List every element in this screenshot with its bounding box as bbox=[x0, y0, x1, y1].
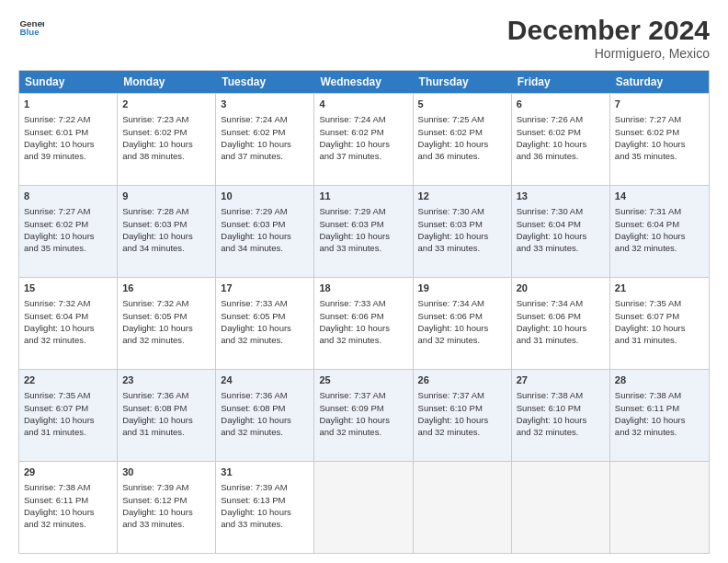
calendar-cell-30: 30Sunrise: 7:39 AMSunset: 6:12 PMDayligh… bbox=[118, 462, 216, 553]
day-info-line: Daylight: 10 hours bbox=[418, 322, 506, 334]
day-info-line: Sunrise: 7:23 AM bbox=[122, 113, 210, 125]
day-info-line: and 32 minutes. bbox=[517, 426, 605, 438]
day-number: 25 bbox=[319, 373, 407, 387]
day-number: 1 bbox=[24, 98, 112, 111]
day-number: 12 bbox=[418, 190, 506, 203]
day-info-line: Sunset: 6:02 PM bbox=[319, 126, 407, 138]
day-number: 28 bbox=[615, 373, 704, 387]
calendar-cell-25: 25Sunrise: 7:37 AMSunset: 6:09 PMDayligh… bbox=[314, 370, 413, 461]
logo-icon: General Blue bbox=[18, 15, 44, 40]
calendar-cell-15: 15Sunrise: 7:32 AMSunset: 6:04 PMDayligh… bbox=[19, 278, 118, 369]
day-info-line: Sunrise: 7:25 AM bbox=[418, 113, 506, 125]
header-day-wednesday: Wednesday bbox=[314, 71, 413, 93]
day-info-line: Sunset: 6:02 PM bbox=[122, 126, 210, 138]
day-info-line: Sunrise: 7:35 AM bbox=[24, 389, 112, 401]
day-info-line: Daylight: 10 hours bbox=[319, 230, 407, 242]
day-number: 8 bbox=[24, 190, 112, 203]
day-info-line: Daylight: 10 hours bbox=[615, 138, 704, 150]
day-number: 13 bbox=[517, 190, 605, 203]
calendar-cell-13: 13Sunrise: 7:30 AMSunset: 6:04 PMDayligh… bbox=[512, 186, 610, 277]
day-info-line: and 32 minutes. bbox=[418, 426, 506, 438]
day-number: 20 bbox=[517, 282, 605, 295]
calendar-cell-empty bbox=[610, 462, 709, 553]
day-info-line: Sunset: 6:13 PM bbox=[221, 494, 309, 506]
day-info-line: Sunrise: 7:37 AM bbox=[418, 389, 506, 401]
day-info-line: Daylight: 10 hours bbox=[122, 138, 210, 150]
day-info-line: Sunset: 6:04 PM bbox=[615, 218, 704, 230]
calendar-cell-16: 16Sunrise: 7:32 AMSunset: 6:05 PMDayligh… bbox=[118, 278, 216, 369]
day-number: 11 bbox=[319, 190, 407, 203]
calendar-cell-empty bbox=[314, 462, 413, 553]
day-info-line: Sunset: 6:02 PM bbox=[418, 126, 506, 138]
day-info-line: Sunset: 6:07 PM bbox=[24, 402, 112, 414]
day-info-line: Sunset: 6:08 PM bbox=[221, 402, 309, 414]
day-info-line: Sunrise: 7:35 AM bbox=[615, 297, 704, 309]
day-info-line: and 31 minutes. bbox=[122, 426, 210, 438]
calendar-cell-11: 11Sunrise: 7:29 AMSunset: 6:03 PMDayligh… bbox=[314, 186, 413, 277]
day-info-line: and 34 minutes. bbox=[122, 242, 210, 254]
calendar-row-2: 15Sunrise: 7:32 AMSunset: 6:04 PMDayligh… bbox=[19, 277, 709, 369]
day-info-line: Daylight: 10 hours bbox=[319, 414, 407, 426]
day-info-line: Daylight: 10 hours bbox=[24, 230, 112, 242]
day-info-line: Sunrise: 7:28 AM bbox=[122, 205, 210, 217]
calendar-cell-20: 20Sunrise: 7:34 AMSunset: 6:06 PMDayligh… bbox=[512, 278, 610, 369]
day-info-line: and 32 minutes. bbox=[319, 334, 407, 346]
day-info-line: Sunrise: 7:39 AM bbox=[221, 481, 309, 493]
calendar-cell-2: 2Sunrise: 7:23 AMSunset: 6:02 PMDaylight… bbox=[118, 94, 216, 185]
day-info-line: Sunset: 6:04 PM bbox=[517, 218, 605, 230]
day-info-line: Daylight: 10 hours bbox=[615, 322, 704, 334]
calendar-cell-23: 23Sunrise: 7:36 AMSunset: 6:08 PMDayligh… bbox=[118, 370, 216, 461]
day-number: 24 bbox=[221, 373, 309, 387]
header: General Blue December 2024 Hormiguero, M… bbox=[18, 15, 710, 61]
day-info-line: Sunset: 6:06 PM bbox=[517, 310, 605, 322]
day-info-line: Sunset: 6:03 PM bbox=[122, 218, 210, 230]
calendar-header-row: SundayMondayTuesdayWednesdayThursdayFrid… bbox=[19, 71, 709, 93]
day-number: 14 bbox=[615, 190, 704, 203]
day-info-line: Daylight: 10 hours bbox=[122, 230, 210, 242]
calendar-cell-24: 24Sunrise: 7:36 AMSunset: 6:08 PMDayligh… bbox=[216, 370, 314, 461]
day-info-line: Sunrise: 7:29 AM bbox=[221, 205, 309, 217]
day-info-line: Sunset: 6:02 PM bbox=[24, 218, 112, 230]
day-info-line: Sunset: 6:10 PM bbox=[517, 402, 605, 414]
day-number: 29 bbox=[24, 465, 112, 479]
day-number: 16 bbox=[122, 282, 210, 295]
day-info-line: Daylight: 10 hours bbox=[221, 230, 309, 242]
day-info-line: Sunset: 6:03 PM bbox=[418, 218, 506, 230]
day-info-line: Sunset: 6:12 PM bbox=[122, 494, 210, 506]
day-info-line: Sunrise: 7:27 AM bbox=[24, 205, 112, 217]
calendar-cell-3: 3Sunrise: 7:24 AMSunset: 6:02 PMDaylight… bbox=[216, 94, 314, 185]
day-info-line: Sunset: 6:06 PM bbox=[319, 310, 407, 322]
calendar-cell-empty bbox=[414, 462, 512, 553]
day-info-line: and 37 minutes. bbox=[319, 150, 407, 162]
calendar-cell-4: 4Sunrise: 7:24 AMSunset: 6:02 PMDaylight… bbox=[314, 94, 413, 185]
calendar-cell-28: 28Sunrise: 7:38 AMSunset: 6:11 PMDayligh… bbox=[610, 370, 709, 461]
day-info-line: and 33 minutes. bbox=[122, 518, 210, 530]
day-info-line: Sunrise: 7:34 AM bbox=[418, 297, 506, 309]
day-info-line: and 31 minutes. bbox=[24, 426, 112, 438]
calendar-cell-26: 26Sunrise: 7:37 AMSunset: 6:10 PMDayligh… bbox=[414, 370, 512, 461]
day-info-line: Daylight: 10 hours bbox=[122, 414, 210, 426]
day-number: 5 bbox=[418, 98, 506, 111]
day-info-line: Sunrise: 7:32 AM bbox=[122, 297, 210, 309]
calendar-row-3: 22Sunrise: 7:35 AMSunset: 6:07 PMDayligh… bbox=[19, 369, 709, 461]
day-info-line: Sunrise: 7:22 AM bbox=[24, 113, 112, 125]
day-info-line: Daylight: 10 hours bbox=[418, 414, 506, 426]
day-info-line: Daylight: 10 hours bbox=[517, 322, 605, 334]
day-info-line: Sunrise: 7:33 AM bbox=[319, 297, 407, 309]
calendar-cell-6: 6Sunrise: 7:26 AMSunset: 6:02 PMDaylight… bbox=[512, 94, 610, 185]
day-info-line: Sunrise: 7:39 AM bbox=[122, 481, 210, 493]
day-number: 19 bbox=[418, 282, 506, 295]
header-day-monday: Monday bbox=[118, 71, 216, 93]
day-info-line: Sunrise: 7:38 AM bbox=[24, 481, 112, 493]
day-info-line: and 35 minutes. bbox=[24, 242, 112, 254]
calendar-cell-22: 22Sunrise: 7:35 AMSunset: 6:07 PMDayligh… bbox=[19, 370, 118, 461]
title-block: December 2024 Hormiguero, Mexico bbox=[507, 15, 710, 61]
day-info-line: Sunset: 6:10 PM bbox=[418, 402, 506, 414]
day-info-line: Daylight: 10 hours bbox=[517, 414, 605, 426]
day-info-line: Daylight: 10 hours bbox=[615, 230, 704, 242]
day-info-line: Daylight: 10 hours bbox=[24, 506, 112, 518]
day-info-line: Sunrise: 7:27 AM bbox=[615, 113, 704, 125]
day-info-line: Sunset: 6:09 PM bbox=[319, 402, 407, 414]
day-info-line: Sunset: 6:03 PM bbox=[221, 218, 309, 230]
day-number: 2 bbox=[122, 98, 210, 111]
